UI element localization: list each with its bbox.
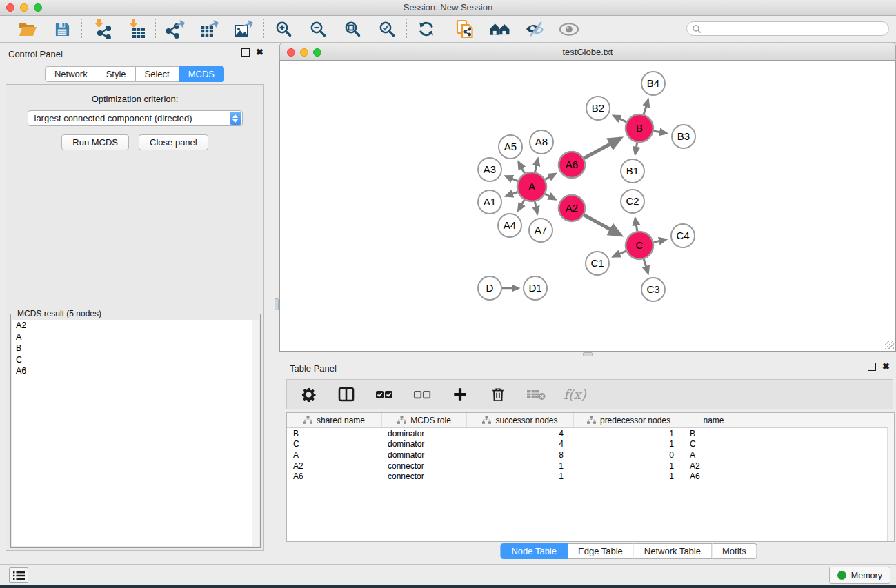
import-network-icon[interactable] xyxy=(91,19,112,39)
edge-C-C2[interactable] xyxy=(635,219,637,232)
table-row[interactable]: Adominator80A xyxy=(287,449,894,460)
table-cell[interactable]: A6 xyxy=(287,472,381,481)
edge-A-A5[interactable] xyxy=(519,162,525,174)
zoom-selected-icon[interactable] xyxy=(377,19,397,39)
save-session-icon[interactable] xyxy=(52,19,72,39)
table-cell[interactable]: dominator xyxy=(381,429,466,438)
node-A1[interactable]: A1 xyxy=(478,190,501,214)
tab-node-table[interactable]: Node Table xyxy=(500,543,568,559)
zoom-out-icon[interactable] xyxy=(308,19,328,39)
edge-A-A7[interactable] xyxy=(535,202,537,214)
horizontal-splitter-handle[interactable] xyxy=(583,352,593,356)
edge-A-A8[interactable] xyxy=(535,159,538,172)
refresh-icon[interactable] xyxy=(416,19,437,39)
node-A6[interactable]: A6 xyxy=(559,152,585,178)
network-close-button[interactable] xyxy=(287,48,295,57)
node-B3[interactable]: B3 xyxy=(672,125,695,148)
node-B[interactable]: B xyxy=(626,114,653,142)
import-table-icon[interactable] xyxy=(126,19,146,39)
network-canvas[interactable]: AA5A8A3A1A4A7A6A2BB2B4B3B1CC2C4C1C3DD1 xyxy=(279,61,896,352)
edge-A-A2[interactable] xyxy=(545,194,555,199)
edge-C-C1[interactable] xyxy=(613,251,626,256)
mcds-result-list[interactable]: A2ABCA6 xyxy=(12,320,259,546)
node-C1[interactable]: C1 xyxy=(586,252,609,275)
column-header-name[interactable]: name xyxy=(684,413,743,427)
edge-A2-C[interactable] xyxy=(584,215,621,235)
column-header-successor-nodes[interactable]: successor nodes xyxy=(466,413,573,427)
node-D[interactable]: D xyxy=(478,276,501,300)
table-scrollbar[interactable] xyxy=(887,427,894,541)
tab-network-table[interactable]: Network Table xyxy=(634,543,712,559)
network-maximize-button[interactable] xyxy=(313,48,321,57)
edge-C-C4[interactable] xyxy=(654,239,666,242)
edge-B-B3[interactable] xyxy=(654,131,667,134)
node-A8[interactable]: A8 xyxy=(530,130,553,154)
edge-C-C3[interactable] xyxy=(644,259,648,273)
table-cell[interactable]: C xyxy=(287,439,381,449)
edge-B-B4[interactable] xyxy=(644,100,648,114)
table-cell[interactable]: 1 xyxy=(466,461,573,471)
search-field[interactable] xyxy=(686,21,889,36)
memory-button[interactable]: Memory xyxy=(829,567,890,584)
zoom-in-icon[interactable] xyxy=(273,19,294,39)
table-cell[interactable]: A xyxy=(287,450,381,460)
table-row[interactable]: A6connector11A6 xyxy=(287,471,894,482)
column-header-MCDS-role[interactable]: MCDS role xyxy=(381,413,466,427)
node-B4[interactable]: B4 xyxy=(641,72,665,95)
node-A4[interactable]: A4 xyxy=(498,214,521,237)
column-header-predecessor-nodes[interactable]: predecessor nodes xyxy=(573,413,684,427)
result-list-scrollbar[interactable] xyxy=(252,320,259,546)
table-cell[interactable]: dominator xyxy=(381,439,466,449)
table-cell[interactable]: C xyxy=(684,439,743,449)
float-panel-icon[interactable] xyxy=(241,48,250,57)
minimize-window-button[interactable] xyxy=(20,3,28,12)
resize-grip-icon[interactable] xyxy=(885,341,894,349)
mcds-result-item[interactable]: B xyxy=(12,343,259,354)
close-panel-icon[interactable]: ✖ xyxy=(256,49,263,56)
table-cell[interactable]: 4 xyxy=(466,429,573,438)
edge-A-A1[interactable] xyxy=(506,192,517,196)
table-row[interactable]: Cdominator41C xyxy=(287,439,894,450)
table-cell[interactable]: 1 xyxy=(573,439,684,449)
table-cell[interactable]: 0 xyxy=(573,450,684,460)
node-C4[interactable]: C4 xyxy=(671,224,695,247)
show-details-icon[interactable] xyxy=(559,19,579,39)
node-C3[interactable]: C3 xyxy=(641,278,665,301)
network-window-titlebar[interactable]: testGlobe.txt xyxy=(279,43,896,61)
vertical-splitter-handle[interactable] xyxy=(275,298,279,310)
table-cell[interactable]: connector xyxy=(381,472,466,481)
network-minimize-button[interactable] xyxy=(300,48,308,57)
mcds-result-item[interactable]: C xyxy=(12,354,259,366)
node-B2[interactable]: B2 xyxy=(586,97,610,120)
select-all-rows-icon[interactable] xyxy=(374,384,395,405)
table-cell[interactable]: 8 xyxy=(466,450,573,460)
edge-A-A3[interactable] xyxy=(506,176,518,181)
close-panel-button[interactable]: Close panel xyxy=(139,134,208,150)
table-cell[interactable]: 1 xyxy=(466,472,573,481)
table-cell[interactable]: A xyxy=(684,450,743,460)
export-table-icon[interactable] xyxy=(199,19,220,39)
table-cell[interactable]: 1 xyxy=(573,429,684,438)
node-A7[interactable]: A7 xyxy=(529,219,552,242)
network-overview-icon[interactable] xyxy=(455,19,476,39)
table-cell[interactable]: A6 xyxy=(684,472,743,481)
zoom-fit-icon[interactable] xyxy=(342,19,363,39)
mcds-result-item[interactable]: A6 xyxy=(12,365,259,377)
node-A[interactable]: A xyxy=(517,172,546,201)
table-cell[interactable]: connector xyxy=(381,461,466,471)
open-file-icon[interactable] xyxy=(17,19,38,39)
node-C2[interactable]: C2 xyxy=(621,190,644,213)
table-cell[interactable]: B xyxy=(287,429,381,438)
node-A2[interactable]: A2 xyxy=(559,195,585,221)
add-column-icon[interactable] xyxy=(450,384,470,405)
task-history-button[interactable] xyxy=(9,567,28,583)
tab-select[interactable]: Select xyxy=(136,66,179,82)
table-cell[interactable]: A2 xyxy=(287,461,381,471)
tab-edge-table[interactable]: Edge Table xyxy=(568,543,634,559)
run-mcds-button[interactable]: Run MCDS xyxy=(61,134,129,150)
node-A5[interactable]: A5 xyxy=(499,135,522,159)
table-settings-gear-icon[interactable] xyxy=(298,384,319,405)
toggle-columns-icon[interactable] xyxy=(336,384,357,405)
home-icon[interactable] xyxy=(490,19,510,39)
table-cell[interactable]: dominator xyxy=(381,450,466,460)
